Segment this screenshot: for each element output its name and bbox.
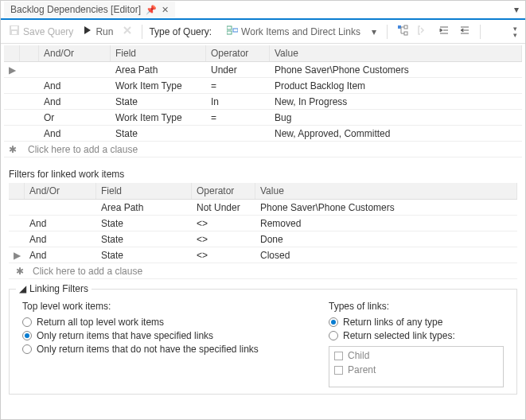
value-cell[interactable]: Product Backlog Item — [270, 79, 522, 93]
checkbox-icon — [334, 366, 343, 375]
operator-cell[interactable] — [206, 132, 270, 135]
operator-cell[interactable]: <> — [192, 232, 255, 247]
top-level-radio-option[interactable]: Return all top level work items — [22, 317, 310, 328]
operator-cell[interactable]: Not Under — [192, 200, 255, 215]
value-cell[interactable]: Phone Saver\Phone Customers — [255, 200, 517, 215]
query-type-dropdown[interactable]: Work Items and Direct Links ▾ — [223, 23, 380, 40]
andor-cell[interactable] — [25, 206, 96, 209]
linked-add-clause-row[interactable]: ✱ Click here to add a clause — [9, 263, 517, 279]
value-cell[interactable]: Done — [255, 232, 517, 247]
clause-row[interactable]: AndStateNew, Approved, Committed — [4, 126, 522, 142]
save-query-button[interactable]: Save Query — [6, 23, 76, 40]
checkbox-label: Parent — [348, 364, 376, 375]
operator-cell[interactable]: Under — [206, 63, 270, 77]
clause-row[interactable]: OrWork Item Type=Bug — [4, 110, 522, 126]
radio-label: Only return items that do not have the s… — [37, 344, 259, 355]
svg-rect-2 — [12, 31, 17, 34]
linking-section-header[interactable]: ◢ Linking Filters — [16, 283, 92, 294]
linked-header-field: Field — [96, 183, 192, 199]
indent-button[interactable] — [435, 23, 453, 40]
field-cell[interactable]: Work Item Type — [111, 111, 206, 125]
radio-icon — [22, 331, 32, 340]
value-cell[interactable]: New, Approved, Committed — [270, 126, 522, 141]
checkbox-icon — [334, 352, 343, 360]
outdent-button[interactable] — [456, 23, 473, 40]
row-marker-icon: ▶ — [9, 248, 25, 262]
andor-cell[interactable]: Or — [39, 111, 111, 125]
row-marker-icon — [9, 222, 25, 225]
value-cell[interactable]: Removed — [255, 216, 517, 231]
andor-cell[interactable]: And — [25, 248, 96, 262]
editor-tab[interactable]: Backlog Dependencies [Editor] 📌 ✕ — [4, 2, 175, 18]
row-marker-icon — [9, 206, 25, 209]
radio-icon — [329, 317, 338, 327]
linked-clause-row[interactable]: Area PathNot UnderPhone Saver\Phone Cust… — [9, 200, 517, 216]
linking-filters-section: ◢ Linking Filters Top level work items: … — [9, 289, 517, 395]
svg-rect-4 — [227, 31, 232, 34]
field-cell[interactable]: Area Path — [96, 200, 192, 215]
tab-title: Backlog Dependencies [Editor] — [10, 4, 141, 15]
add-clause-row[interactable]: ✱ Click here to add a clause — [4, 142, 522, 158]
header-field: Field — [111, 45, 206, 61]
svg-rect-1 — [11, 26, 18, 29]
close-icon[interactable]: ✕ — [162, 5, 169, 15]
pin-icon[interactable]: 📌 — [146, 5, 157, 15]
andor-cell[interactable]: And — [39, 95, 111, 109]
clause-row[interactable]: AndWork Item Type=Product Backlog Item — [4, 78, 522, 94]
andor-cell[interactable]: And — [39, 126, 111, 141]
clause-row[interactable]: AndStateInNew, In Progress — [4, 94, 522, 110]
link-types-listbox[interactable]: ChildParent — [329, 346, 504, 387]
link-type-radio-option[interactable]: Return selected link types: — [329, 330, 504, 341]
radio-icon — [22, 317, 32, 327]
field-cell[interactable]: State — [96, 216, 192, 231]
linked-header-value: Value — [255, 183, 517, 199]
tab-dropdown-icon[interactable]: ▾ — [508, 4, 525, 15]
value-cell[interactable]: Bug — [270, 111, 522, 125]
outdent-icon — [459, 25, 470, 38]
operator-cell[interactable]: = — [206, 111, 270, 125]
value-cell[interactable]: New, In Progress — [270, 95, 522, 109]
linked-clause-row[interactable]: ▶AndState<>Closed — [9, 247, 517, 263]
field-cell[interactable]: Area Path — [111, 63, 206, 77]
link-type-checkbox-item[interactable]: Child — [331, 348, 501, 363]
radio-icon — [22, 344, 32, 354]
field-cell[interactable]: State — [96, 232, 192, 247]
collapse-icon: ◢ — [19, 283, 26, 294]
radio-icon — [329, 331, 338, 340]
toolbar-overflow-button[interactable]: ▾▾ — [510, 24, 520, 40]
radio-label: Only return items that have specified li… — [37, 330, 213, 341]
run-button[interactable]: Run — [80, 24, 116, 39]
field-cell[interactable]: State — [111, 95, 206, 109]
operator-cell[interactable]: <> — [192, 216, 255, 231]
asterisk-icon: ✱ — [4, 142, 20, 157]
operator-cell[interactable]: <> — [192, 248, 255, 262]
link-type-checkbox-item[interactable]: Parent — [331, 363, 501, 377]
operator-cell[interactable]: In — [206, 95, 270, 109]
tree-button[interactable] — [394, 23, 411, 40]
andor-cell[interactable]: And — [39, 79, 111, 93]
delete-button[interactable] — [119, 24, 135, 39]
linked-clause-row[interactable]: AndState<>Removed — [9, 216, 517, 231]
play-icon — [83, 25, 92, 37]
operator-cell[interactable]: = — [206, 79, 270, 93]
top-level-radio-option[interactable]: Only return items that do not have the s… — [22, 344, 310, 355]
andor-cell[interactable]: And — [25, 232, 96, 247]
field-cell[interactable]: State — [96, 248, 192, 262]
radio-label: Return all top level work items — [37, 317, 164, 328]
ungroup-button[interactable] — [415, 23, 432, 40]
field-cell[interactable]: State — [111, 126, 206, 141]
andor-cell[interactable]: And — [25, 216, 96, 231]
value-cell[interactable]: Closed — [255, 248, 517, 262]
value-cell[interactable]: Phone Saver\Phone Customers — [270, 63, 522, 77]
toolbar: Save Query Run Type of Query: Work Items… — [1, 20, 525, 44]
save-query-label: Save Query — [23, 26, 73, 37]
row-marker-icon — [4, 116, 20, 119]
linked-clause-row[interactable]: AndState<>Done — [9, 231, 517, 247]
andor-cell[interactable] — [39, 68, 111, 72]
top-level-radio-option[interactable]: Only return items that have specified li… — [22, 330, 310, 341]
clause-row[interactable]: ▶Area PathUnderPhone Saver\Phone Custome… — [4, 62, 522, 78]
link-type-radio-option[interactable]: Return links of any type — [329, 317, 504, 328]
field-cell[interactable]: Work Item Type — [111, 79, 206, 93]
svg-rect-5 — [233, 29, 238, 32]
radio-label: Return selected link types: — [343, 330, 455, 341]
